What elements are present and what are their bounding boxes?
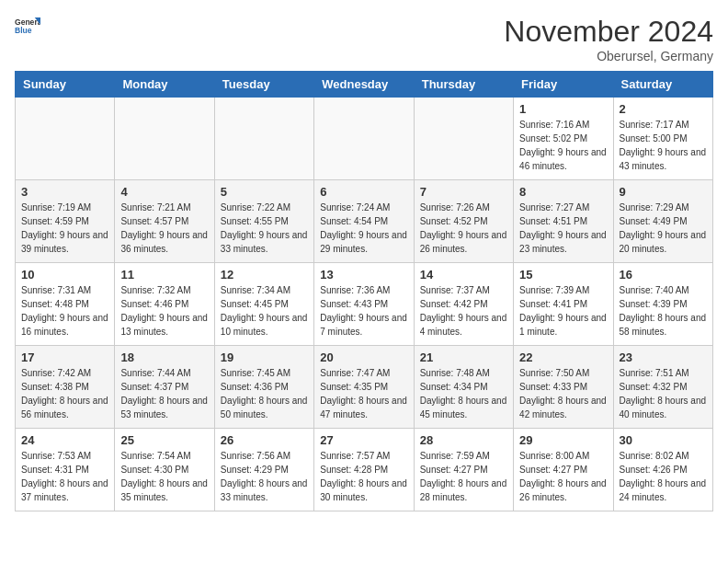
- day-number: 22: [519, 350, 607, 364]
- calendar-cell: 14Sunrise: 7:37 AM Sunset: 4:42 PM Dayli…: [414, 263, 513, 346]
- calendar-table: SundayMondayTuesdayWednesdayThursdayFrid…: [15, 71, 713, 511]
- calendar-cell: 17Sunrise: 7:42 AM Sunset: 4:38 PM Dayli…: [16, 346, 115, 429]
- day-info: Sunrise: 7:21 AM Sunset: 4:57 PM Dayligh…: [120, 201, 208, 256]
- day-number: 28: [420, 433, 507, 447]
- day-info: Sunrise: 7:50 AM Sunset: 4:33 PM Dayligh…: [519, 366, 607, 421]
- day-info: Sunrise: 7:44 AM Sunset: 4:37 PM Dayligh…: [120, 366, 208, 421]
- day-info: Sunrise: 8:02 AM Sunset: 4:26 PM Dayligh…: [620, 449, 707, 504]
- calendar-cell: 27Sunrise: 7:57 AM Sunset: 4:28 PM Dayli…: [314, 429, 414, 511]
- day-info: Sunrise: 7:16 AM Sunset: 5:02 PM Dayligh…: [519, 118, 607, 173]
- calendar-cell: 20Sunrise: 7:47 AM Sunset: 4:35 PM Dayli…: [314, 346, 414, 429]
- day-number: 21: [420, 350, 507, 364]
- week-row-4: 17Sunrise: 7:42 AM Sunset: 4:38 PM Dayli…: [16, 346, 713, 429]
- calendar-cell: 22Sunrise: 7:50 AM Sunset: 4:33 PM Dayli…: [514, 346, 613, 429]
- day-number: 1: [519, 102, 607, 116]
- day-info: Sunrise: 7:47 AM Sunset: 4:35 PM Dayligh…: [320, 366, 407, 421]
- day-number: 9: [620, 185, 707, 199]
- calendar-cell: 25Sunrise: 7:54 AM Sunset: 4:30 PM Dayli…: [115, 429, 214, 511]
- weekday-header-thursday: Thursday: [414, 72, 513, 98]
- calendar-cell: 4Sunrise: 7:21 AM Sunset: 4:57 PM Daylig…: [115, 180, 214, 263]
- calendar-cell: 28Sunrise: 7:59 AM Sunset: 4:27 PM Dayli…: [414, 429, 513, 511]
- weekday-header-saturday: Saturday: [613, 72, 712, 98]
- day-number: 19: [221, 350, 308, 364]
- day-number: 25: [120, 433, 208, 447]
- day-info: Sunrise: 7:40 AM Sunset: 4:39 PM Dayligh…: [620, 283, 707, 339]
- calendar-cell: 19Sunrise: 7:45 AM Sunset: 4:36 PM Dayli…: [214, 346, 313, 429]
- day-info: Sunrise: 7:57 AM Sunset: 4:28 PM Dayligh…: [320, 449, 407, 504]
- day-number: 30: [620, 433, 707, 447]
- day-info: Sunrise: 7:34 AM Sunset: 4:45 PM Dayligh…: [221, 283, 308, 339]
- day-info: Sunrise: 7:45 AM Sunset: 4:36 PM Dayligh…: [221, 366, 308, 421]
- day-number: 13: [320, 268, 407, 282]
- svg-text:Blue: Blue: [15, 26, 32, 35]
- day-info: Sunrise: 7:56 AM Sunset: 4:29 PM Dayligh…: [221, 449, 308, 504]
- day-info: Sunrise: 7:19 AM Sunset: 4:59 PM Dayligh…: [21, 201, 108, 256]
- calendar-cell: 15Sunrise: 7:39 AM Sunset: 4:41 PM Dayli…: [514, 263, 613, 346]
- calendar-cell: 23Sunrise: 7:51 AM Sunset: 4:32 PM Dayli…: [613, 346, 712, 429]
- calendar-cell: 13Sunrise: 7:36 AM Sunset: 4:43 PM Dayli…: [314, 263, 414, 346]
- week-row-1: 1Sunrise: 7:16 AM Sunset: 5:02 PM Daylig…: [16, 98, 713, 180]
- day-number: 6: [320, 185, 407, 199]
- day-info: Sunrise: 7:27 AM Sunset: 4:51 PM Dayligh…: [519, 201, 607, 256]
- day-info: Sunrise: 7:54 AM Sunset: 4:30 PM Dayligh…: [120, 449, 208, 504]
- calendar-cell: 30Sunrise: 8:02 AM Sunset: 4:26 PM Dayli…: [613, 429, 712, 511]
- weekday-header-sunday: Sunday: [16, 72, 115, 98]
- calendar-cell: 3Sunrise: 7:19 AM Sunset: 4:59 PM Daylig…: [16, 180, 115, 263]
- day-info: Sunrise: 7:51 AM Sunset: 4:32 PM Dayligh…: [620, 366, 707, 421]
- title-area: November 2024 Oberursel, Germany: [504, 15, 713, 63]
- calendar-cell: 9Sunrise: 7:29 AM Sunset: 4:49 PM Daylig…: [613, 180, 712, 263]
- day-info: Sunrise: 7:32 AM Sunset: 4:46 PM Dayligh…: [120, 283, 208, 339]
- month-title: November 2024: [504, 15, 713, 49]
- header: General Blue November 2024 Oberursel, Ge…: [15, 15, 713, 63]
- day-number: 12: [221, 268, 308, 282]
- calendar-cell: [414, 98, 513, 180]
- day-number: 10: [21, 268, 108, 282]
- calendar-cell: 8Sunrise: 7:27 AM Sunset: 4:51 PM Daylig…: [514, 180, 613, 263]
- day-info: Sunrise: 7:59 AM Sunset: 4:27 PM Dayligh…: [420, 449, 507, 504]
- day-info: Sunrise: 8:00 AM Sunset: 4:27 PM Dayligh…: [519, 449, 607, 504]
- week-row-2: 3Sunrise: 7:19 AM Sunset: 4:59 PM Daylig…: [16, 180, 713, 263]
- calendar-cell: 7Sunrise: 7:26 AM Sunset: 4:52 PM Daylig…: [414, 180, 513, 263]
- day-info: Sunrise: 7:31 AM Sunset: 4:48 PM Dayligh…: [21, 283, 108, 339]
- day-number: 27: [320, 433, 407, 447]
- calendar-cell: 21Sunrise: 7:48 AM Sunset: 4:34 PM Dayli…: [414, 346, 513, 429]
- day-number: 16: [620, 268, 707, 282]
- week-row-5: 24Sunrise: 7:53 AM Sunset: 4:31 PM Dayli…: [16, 429, 713, 511]
- day-number: 11: [120, 268, 208, 282]
- calendar-cell: 24Sunrise: 7:53 AM Sunset: 4:31 PM Dayli…: [16, 429, 115, 511]
- logo-icon: General Blue: [15, 15, 40, 40]
- day-number: 5: [221, 185, 308, 199]
- day-number: 3: [21, 185, 108, 199]
- day-number: 8: [519, 185, 607, 199]
- subtitle: Oberursel, Germany: [504, 49, 713, 63]
- calendar-cell: 16Sunrise: 7:40 AM Sunset: 4:39 PM Dayli…: [613, 263, 712, 346]
- weekday-header-friday: Friday: [514, 72, 613, 98]
- weekday-header-tuesday: Tuesday: [214, 72, 313, 98]
- calendar-cell: 26Sunrise: 7:56 AM Sunset: 4:29 PM Dayli…: [214, 429, 313, 511]
- weekday-header-row: SundayMondayTuesdayWednesdayThursdayFrid…: [16, 72, 713, 98]
- day-info: Sunrise: 7:53 AM Sunset: 4:31 PM Dayligh…: [21, 449, 108, 504]
- day-number: 26: [221, 433, 308, 447]
- day-number: 4: [120, 185, 208, 199]
- day-number: 7: [420, 185, 507, 199]
- day-info: Sunrise: 7:36 AM Sunset: 4:43 PM Dayligh…: [320, 283, 407, 339]
- day-number: 2: [620, 102, 707, 116]
- calendar-cell: 11Sunrise: 7:32 AM Sunset: 4:46 PM Dayli…: [115, 263, 214, 346]
- calendar-cell: 1Sunrise: 7:16 AM Sunset: 5:02 PM Daylig…: [514, 98, 613, 180]
- calendar-cell: 5Sunrise: 7:22 AM Sunset: 4:55 PM Daylig…: [214, 180, 313, 263]
- day-info: Sunrise: 7:26 AM Sunset: 4:52 PM Dayligh…: [420, 201, 507, 256]
- day-info: Sunrise: 7:37 AM Sunset: 4:42 PM Dayligh…: [420, 283, 507, 339]
- day-number: 15: [519, 268, 607, 282]
- calendar-cell: [214, 98, 313, 180]
- day-number: 23: [620, 350, 707, 364]
- day-number: 24: [21, 433, 108, 447]
- calendar-cell: 6Sunrise: 7:24 AM Sunset: 4:54 PM Daylig…: [314, 180, 414, 263]
- day-number: 17: [21, 350, 108, 364]
- day-number: 20: [320, 350, 407, 364]
- day-info: Sunrise: 7:42 AM Sunset: 4:38 PM Dayligh…: [21, 366, 108, 421]
- calendar-cell: [16, 98, 115, 180]
- day-number: 29: [519, 433, 607, 447]
- day-info: Sunrise: 7:39 AM Sunset: 4:41 PM Dayligh…: [519, 283, 607, 339]
- calendar-cell: 12Sunrise: 7:34 AM Sunset: 4:45 PM Dayli…: [214, 263, 313, 346]
- calendar-cell: 29Sunrise: 8:00 AM Sunset: 4:27 PM Dayli…: [514, 429, 613, 511]
